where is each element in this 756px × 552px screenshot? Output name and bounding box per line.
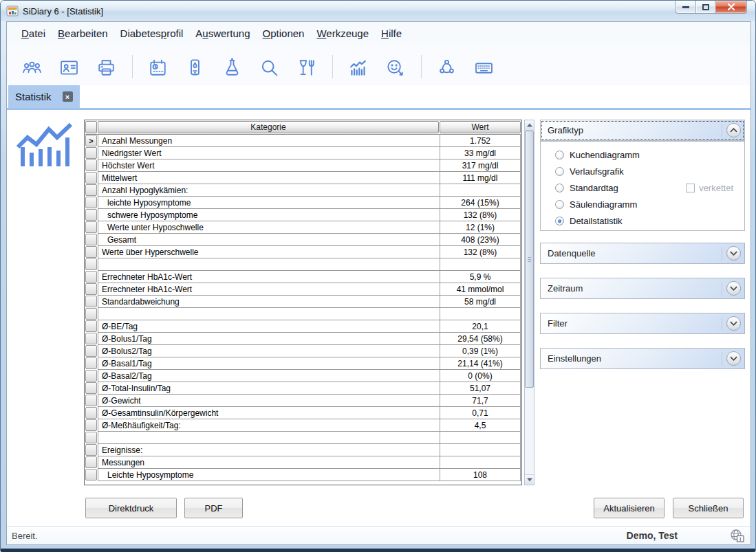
sync-share-icon[interactable] xyxy=(433,56,460,78)
patients-icon[interactable] xyxy=(18,56,45,78)
radio-option-detailstatistik[interactable]: Detailstatistik xyxy=(541,212,744,229)
radio-option-säulendiagramm[interactable]: Säulendiagramm xyxy=(541,196,744,212)
section-header-grafiktyp[interactable]: Grafiktyp xyxy=(540,120,745,141)
table-row[interactable]: Ereignisse: xyxy=(85,444,521,456)
table-row[interactable]: Ø-Gesamtinsulin/Körpergewicht0,71 xyxy=(85,407,521,419)
checkbox-control[interactable] xyxy=(686,184,695,192)
row-selector[interactable] xyxy=(85,221,97,233)
row-selector[interactable] xyxy=(85,283,97,295)
table-row[interactable]: Ø-Gewicht71,7 xyxy=(85,395,521,407)
nutrition-icon[interactable] xyxy=(292,56,320,78)
row-selector[interactable] xyxy=(85,246,97,258)
search-icon[interactable] xyxy=(255,56,283,78)
tab-statistik[interactable]: Statistik × xyxy=(8,85,80,108)
table-row[interactable]: Gesamt408 (23%) xyxy=(85,234,521,246)
row-selector[interactable] xyxy=(85,432,97,443)
table-row[interactable]: Errechneter HbA1c-Wert5,9 % xyxy=(85,271,521,283)
print-icon[interactable] xyxy=(92,56,120,78)
table-row[interactable]: schwere Hyposymptome132 (8%) xyxy=(85,209,521,221)
table-row[interactable] xyxy=(85,258,521,271)
schliessen-button[interactable]: Schließen xyxy=(673,498,744,518)
row-selector[interactable] xyxy=(85,419,97,431)
row-selector[interactable] xyxy=(85,345,97,357)
row-selector[interactable] xyxy=(85,147,97,159)
row-selector[interactable] xyxy=(85,234,97,245)
menu-item-hilfe[interactable]: Hilfe xyxy=(375,25,408,42)
section-header-einstellungen[interactable]: Einstellungen xyxy=(540,348,745,369)
table-row[interactable]: Ø-Meßhäufigkeit/Tag:4,5 xyxy=(85,419,521,432)
radio-säulendiagramm[interactable] xyxy=(555,200,564,209)
verkettet-checkbox[interactable]: verkettet xyxy=(686,183,733,193)
menu-item-datei[interactable]: Datei xyxy=(15,25,52,42)
expand-button[interactable] xyxy=(726,351,741,366)
radio-option-verlaufsgrafik[interactable]: Verlaufsgrafik xyxy=(541,163,744,179)
table-row[interactable]: Ø-BE/Tag20,1 xyxy=(85,320,521,333)
row-selector[interactable] xyxy=(85,357,97,369)
row-selector[interactable] xyxy=(85,456,97,468)
scroll-down-button[interactable] xyxy=(525,474,534,485)
row-selector[interactable] xyxy=(85,209,97,221)
table-row[interactable]: Werte über Hyperschwelle132 (8%) xyxy=(85,246,521,258)
table-row[interactable]: leichte Hyposymptome264 (15%) xyxy=(85,197,521,209)
row-selector[interactable] xyxy=(85,469,97,481)
profile-card-icon[interactable] xyxy=(55,56,83,78)
row-selector[interactable] xyxy=(85,395,97,406)
table-row[interactable]: Niedrigster Wert33 mg/dl xyxy=(85,147,521,159)
lab-values-icon[interactable] xyxy=(218,56,246,78)
menu-item-diabetesprofil[interactable]: Diabetesprofil xyxy=(114,25,190,42)
aktualisieren-button[interactable]: Aktualisieren xyxy=(594,498,665,518)
collapse-button[interactable] xyxy=(726,123,741,137)
row-selector[interactable] xyxy=(85,407,97,419)
table-row[interactable]: Werte unter Hyposchwelle12 (1%) xyxy=(85,221,521,234)
globe-warning-icon[interactable]: ! xyxy=(729,528,746,547)
table-row[interactable]: Ø-Basal2/Tag0 (0%) xyxy=(85,370,521,382)
row-selector[interactable] xyxy=(85,333,97,344)
table-row[interactable]: Messungen xyxy=(85,456,521,469)
row-selector-header[interactable] xyxy=(85,121,97,133)
table-scrollbar[interactable] xyxy=(524,120,534,485)
section-header-filter[interactable]: Filter xyxy=(540,313,745,334)
maximize-button[interactable] xyxy=(696,1,715,14)
table-row[interactable] xyxy=(85,308,521,320)
row-selector[interactable] xyxy=(85,258,97,270)
statistics-toolbar-icon[interactable] xyxy=(344,56,371,78)
scroll-up-button[interactable] xyxy=(525,120,534,131)
section-header-datenquelle[interactable]: Datenquelle xyxy=(540,243,745,264)
table-row[interactable]: Anzahl Hypoglykämien: xyxy=(85,184,521,197)
menu-item-auswertung[interactable]: Auswertung xyxy=(189,25,256,42)
table-row[interactable]: Leichte Hyposymptome108 xyxy=(85,469,521,481)
close-window-button[interactable] xyxy=(715,1,747,14)
table-row[interactable]: Ø-Bolus1/Tag29,54 (58%) xyxy=(85,333,521,345)
row-selector[interactable] xyxy=(85,320,97,332)
row-selector[interactable] xyxy=(85,382,97,394)
table-row[interactable]: Errechneter HbA1c-Wert41 mmol/mol xyxy=(85,283,521,296)
row-selector[interactable] xyxy=(85,184,97,196)
table-row[interactable]: Ø-Basal1/Tag21,14 (41%) xyxy=(85,357,521,370)
table-row[interactable] xyxy=(85,432,521,444)
expand-button[interactable] xyxy=(726,316,741,331)
table-row[interactable]: Höchster Wert317 mg/dl xyxy=(85,159,521,172)
radio-detailstatistik[interactable] xyxy=(555,217,564,225)
table-row[interactable]: Mittelwert111 mg/dl xyxy=(85,172,521,184)
radio-option-standardtag[interactable]: Standardtagverkettet xyxy=(541,179,744,196)
row-selector[interactable] xyxy=(85,172,97,184)
radio-standardtag[interactable] xyxy=(555,184,564,192)
pdf-button[interactable]: PDF xyxy=(184,498,243,518)
direktdruck-button[interactable]: Direktdruck xyxy=(85,498,177,518)
column-header-kategorie[interactable]: Kategorie xyxy=(98,121,439,133)
menu-item-werkzeuge[interactable]: Werkzeuge xyxy=(310,25,375,42)
minimize-button[interactable] xyxy=(676,1,696,14)
radio-kuchendiagramm[interactable] xyxy=(555,151,564,159)
wellbeing-share-icon[interactable] xyxy=(381,56,409,78)
scrollbar-track[interactable] xyxy=(525,131,534,474)
table-row[interactable]: Standardabweichung58 mg/dl xyxy=(85,296,521,308)
row-selector[interactable] xyxy=(85,308,97,320)
radio-option-kuchendiagramm[interactable]: Kuchendiagramm xyxy=(541,146,744,163)
expand-button[interactable] xyxy=(726,281,741,296)
radio-verlaufsgrafik[interactable] xyxy=(555,167,564,176)
row-selector[interactable] xyxy=(85,296,97,307)
keyboard-icon[interactable] xyxy=(470,56,497,78)
row-selector[interactable] xyxy=(85,444,97,456)
column-header-wert[interactable]: Wert xyxy=(440,121,521,133)
menu-item-optionen[interactable]: Optionen xyxy=(257,25,311,42)
